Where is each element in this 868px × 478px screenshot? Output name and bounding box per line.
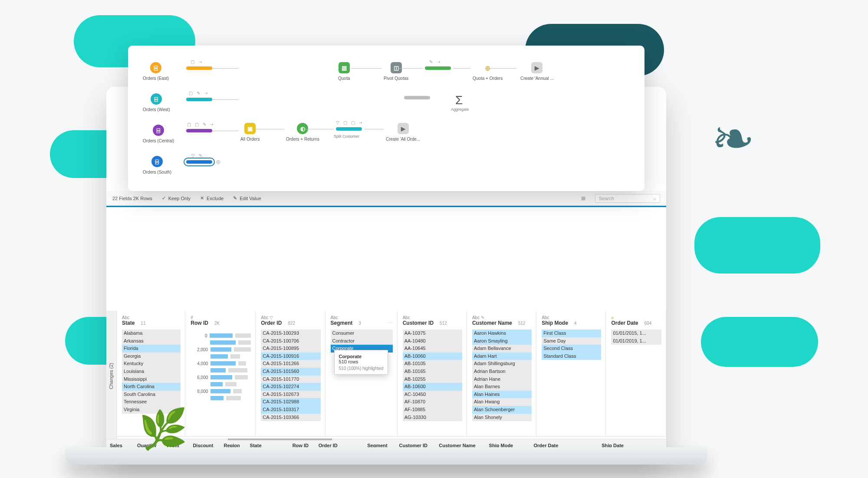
- profile-value[interactable]: Adrian Bartson: [472, 368, 532, 376]
- profile-orderdate[interactable]: ⌾ Order Date604 01/01/2015, 1...01/01/20…: [606, 311, 666, 436]
- profile-pane: Abc State11 AlabamaArkansasFloridaGeorgi…: [117, 311, 666, 437]
- tooltip-sub: 510 (100%) highlighted: [339, 366, 384, 371]
- profile-value[interactable]: Alabama: [122, 330, 181, 337]
- profile-value[interactable]: Mississippi: [122, 376, 181, 383]
- profile-value[interactable]: CA-2015-103366: [261, 414, 320, 422]
- profile-segment[interactable]: Abc Segment3⋯ ConsumerContractorCorporat…: [326, 311, 398, 436]
- profile-value[interactable]: CA-2015-100706: [261, 337, 320, 345]
- profile-value[interactable]: Adam Bellavance: [472, 345, 532, 353]
- edit-value-button[interactable]: ✎ Edit Value: [233, 195, 261, 201]
- profile-value[interactable]: Alan Barnes: [472, 383, 532, 391]
- node-pivot-quotas[interactable]: ◫Pivot Quotas: [384, 62, 408, 81]
- profile-value[interactable]: Aaron Hawkins: [472, 330, 532, 337]
- profile-value[interactable]: 01/01/2019, 1...: [611, 337, 661, 345]
- add-step-icon[interactable]: ⊕: [216, 158, 221, 165]
- profile-value[interactable]: South Carolina: [122, 391, 181, 399]
- profile-value[interactable]: AF-10870: [403, 398, 462, 406]
- profile-value[interactable]: AB-10165: [403, 368, 462, 376]
- profile-value[interactable]: AB-10060: [403, 353, 462, 360]
- col-name: Order ID: [261, 320, 282, 326]
- profile-value[interactable]: Georgia: [122, 353, 181, 360]
- exclude-label: Exclude: [207, 196, 224, 201]
- node-orders-south[interactable]: ⌸Orders (South): [143, 156, 171, 175]
- profile-value[interactable]: North Carolina: [122, 383, 181, 391]
- more-icon[interactable]: ⋯: [388, 320, 393, 326]
- grid-view-icon[interactable]: ▦: [581, 195, 585, 201]
- profile-value[interactable]: CA-2015-102988: [261, 398, 320, 406]
- node-orders-west[interactable]: ⌸Orders (West): [143, 93, 170, 112]
- profile-value[interactable]: CA-2015-101770: [261, 376, 320, 383]
- profile-value[interactable]: Standard Class: [542, 353, 601, 360]
- clean-step[interactable]: [186, 98, 212, 101]
- changes-side-tab[interactable]: Changes (2): [106, 311, 117, 441]
- profile-value[interactable]: CA-2015-100916: [261, 353, 320, 360]
- node-orders-east[interactable]: ⌸Orders (East): [143, 62, 169, 81]
- clean-step[interactable]: [186, 129, 212, 132]
- profile-value[interactable]: CA-2015-102673: [261, 391, 320, 399]
- exclude-button[interactable]: ✕ Exclude: [200, 195, 224, 201]
- profile-value[interactable]: AB-10255: [403, 376, 462, 383]
- node-create-annual[interactable]: ▶Create 'Annual ...: [520, 62, 554, 81]
- profile-value[interactable]: Florida: [122, 345, 181, 353]
- profile-value[interactable]: 01/01/2015, 1...: [611, 330, 661, 337]
- profile-value[interactable]: Adam Shillingsburg: [472, 360, 532, 368]
- search-input[interactable]: Search ⌕: [595, 194, 660, 203]
- profile-value[interactable]: AB-10105: [403, 360, 462, 368]
- profile-value[interactable]: Kentucky: [122, 360, 181, 368]
- profile-value[interactable]: Adam Hart: [472, 353, 532, 360]
- profile-value[interactable]: CA-2015-101266: [261, 360, 320, 368]
- node-quota[interactable]: ▥Quota: [338, 62, 350, 81]
- profile-value[interactable]: CA-2015-103317: [261, 406, 320, 414]
- profile-customerid[interactable]: Abc Customer ID512 AA-10375AA-10480AA-10…: [398, 311, 467, 436]
- profile-value[interactable]: Arkansas: [122, 337, 181, 345]
- profile-value[interactable]: Same Day: [542, 337, 601, 345]
- profile-value[interactable]: CA-2015-100895: [261, 345, 320, 353]
- flow-canvas[interactable]: ⌸Orders (East) ⌸Orders (West) ⌸Orders (C…: [128, 46, 644, 191]
- clean-step[interactable]: [425, 66, 451, 70]
- profile-orderid[interactable]: Abc ▽ Order ID822 CA-2015-100293CA-2015-…: [256, 311, 325, 436]
- profile-value[interactable]: AA-10375: [403, 330, 462, 337]
- keep-only-button[interactable]: ✓ Keep Only: [162, 195, 191, 201]
- profile-value[interactable]: AA-10645: [403, 345, 462, 353]
- profile-value[interactable]: CA-2015-101560: [261, 368, 320, 376]
- profile-value[interactable]: Alan Shonely: [472, 414, 532, 422]
- profile-value[interactable]: AG-10330: [403, 414, 462, 422]
- profile-value[interactable]: CA-2015-102274: [261, 383, 320, 391]
- profile-value[interactable]: Aaron Smayling: [472, 337, 532, 345]
- pivot-icon: ◫: [391, 62, 402, 73]
- col-count: 3: [358, 321, 361, 326]
- profile-value[interactable]: AF-10885: [403, 406, 462, 414]
- profile-value[interactable]: Louisiana: [122, 368, 181, 376]
- profile-value[interactable]: Tennessee: [122, 398, 181, 406]
- profile-value[interactable]: First Class: [542, 330, 601, 337]
- profile-value[interactable]: CA-2015-100293: [261, 330, 320, 337]
- col-count: 604: [644, 321, 651, 326]
- node-orders-central[interactable]: ⌸Orders (Central): [143, 125, 174, 143]
- col-name: Row ID: [191, 320, 208, 326]
- clean-step-selected[interactable]: [186, 160, 212, 164]
- node-create-all-orders[interactable]: ▶Create 'All Orde...: [386, 123, 420, 142]
- node-orders-returns[interactable]: ◐Orders + Returns: [286, 123, 319, 142]
- profile-rowid[interactable]: # Row ID2K 02,0004,0006,0008,000: [185, 311, 256, 436]
- profile-value[interactable]: Second Class: [542, 345, 601, 353]
- profile-value[interactable]: Alan Haines: [472, 391, 532, 399]
- horizontal-scrollbar[interactable]: [106, 438, 666, 440]
- profile-value[interactable]: Consumer: [331, 330, 393, 337]
- profile-value[interactable]: Contractor: [331, 337, 393, 345]
- clean-step[interactable]: [336, 127, 362, 131]
- check-icon: ✓: [162, 195, 166, 201]
- node-quota-orders[interactable]: ◎Quota + Orders: [473, 62, 503, 81]
- profile-customername[interactable]: Abc ✎ Customer Name512 Aaron HawkinsAaro…: [467, 311, 536, 436]
- profile-value[interactable]: AA-10480: [403, 337, 462, 345]
- profile-shipmode[interactable]: Abc Ship Mode4 First ClassSame DaySecond…: [536, 311, 606, 436]
- node-all-orders[interactable]: ▣All Orders: [240, 123, 260, 142]
- profile-value[interactable]: Alan Hwang: [472, 398, 532, 406]
- clean-step[interactable]: [186, 66, 212, 70]
- profile-value[interactable]: AB-10600: [403, 383, 462, 391]
- col-name: Customer Name: [472, 320, 512, 326]
- col-count: 2K: [214, 321, 220, 326]
- profile-value[interactable]: AC-10450: [403, 391, 462, 399]
- profile-value[interactable]: Alan Schoenberger: [472, 406, 532, 414]
- profile-value[interactable]: Adrian Hane: [472, 376, 532, 383]
- clean-step[interactable]: [404, 96, 430, 99]
